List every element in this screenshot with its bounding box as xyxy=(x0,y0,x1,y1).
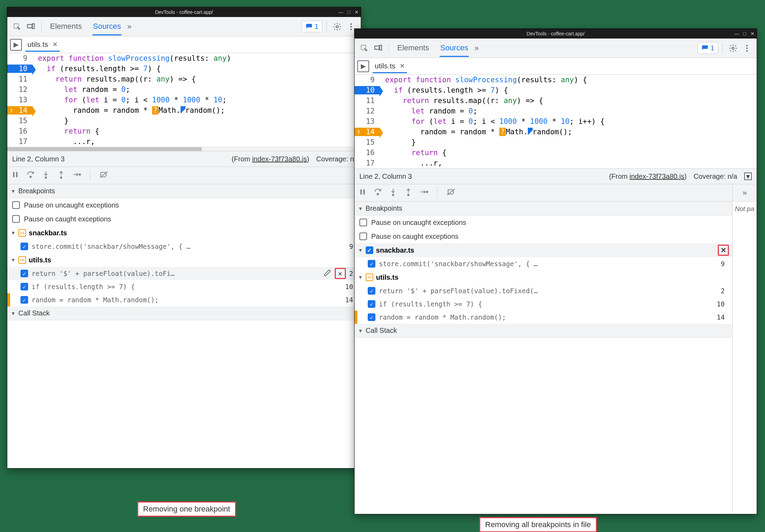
breakpoint-file-group[interactable]: ▼ <> utils.ts xyxy=(7,253,361,267)
line-number[interactable]: 16 xyxy=(7,127,32,135)
horizontal-scrollbar[interactable] xyxy=(7,147,361,151)
breakpoint-row-hover[interactable]: ✓ return '$' + parseFloat(value).toFi… ✕… xyxy=(7,267,361,280)
breakpoint-row[interactable]: ✓ if (results.length >= 7) { 10 xyxy=(355,297,732,311)
remove-all-breakpoints-icon[interactable]: ✕ xyxy=(721,246,726,254)
breakpoint-row[interactable]: ✓ random = random * Math.random(); 14 xyxy=(7,293,361,306)
pause-caught-row[interactable]: Pause on caught exceptions xyxy=(7,212,361,226)
line-number[interactable]: 11 xyxy=(7,75,32,83)
maximize-icon[interactable]: □ xyxy=(348,9,350,15)
close-icon[interactable]: ✕ xyxy=(355,9,359,15)
more-tabs-icon[interactable]: » xyxy=(470,42,483,54)
code-editor[interactable]: 9export function slowProcessing(results:… xyxy=(355,75,757,168)
device-icon[interactable] xyxy=(25,20,37,33)
close-icon[interactable]: ✕ xyxy=(750,31,755,36)
code-editor[interactable]: 9export function slowProcessing(results:… xyxy=(7,53,361,151)
minimize-icon[interactable]: — xyxy=(339,9,343,15)
step-over-icon[interactable] xyxy=(373,187,382,198)
close-file-icon[interactable]: ✕ xyxy=(52,41,58,48)
line-number-breakpoint[interactable]: 10 xyxy=(7,65,32,73)
checkbox[interactable] xyxy=(359,219,367,226)
deactivate-breakpoints-icon[interactable] xyxy=(447,187,456,198)
tab-sources[interactable]: Sources xyxy=(92,18,122,35)
sourcemap-link[interactable]: index-73f73a80.js xyxy=(630,172,684,180)
line-number[interactable]: 15 xyxy=(7,117,32,125)
inspect-icon[interactable] xyxy=(11,20,23,33)
breakpoint-row[interactable]: ✓ store.commit('snackbar/showMessage', {… xyxy=(355,257,732,270)
checkbox-checked[interactable]: ✓ xyxy=(20,243,28,250)
console-messages-badge[interactable]: 1 xyxy=(302,21,322,32)
line-number[interactable]: 13 xyxy=(7,96,32,104)
line-number[interactable]: 17 xyxy=(7,137,32,146)
checkbox-checked[interactable]: ✓ xyxy=(20,283,28,290)
checkbox-checked[interactable]: ✓ xyxy=(366,246,373,254)
console-messages-badge[interactable]: 1 xyxy=(698,42,718,54)
line-number[interactable]: 9 xyxy=(355,76,380,84)
breakpoints-section-header[interactable]: ▼ Breakpoints xyxy=(7,184,361,198)
breakpoint-file-group[interactable]: ▼ <> utils.ts xyxy=(355,270,732,284)
checkbox-checked[interactable]: ✓ xyxy=(368,260,375,268)
line-number[interactable]: 12 xyxy=(355,107,380,115)
callstack-section-header[interactable]: ▼ Call Stack xyxy=(355,324,732,338)
checkbox-checked[interactable]: ✓ xyxy=(368,300,375,308)
step-icon[interactable] xyxy=(72,170,81,181)
line-number[interactable]: 11 xyxy=(355,96,380,105)
tab-elements[interactable]: Elements xyxy=(49,18,83,35)
maximize-icon[interactable]: □ xyxy=(743,31,746,36)
checkbox-checked[interactable]: ✓ xyxy=(20,270,28,277)
line-number[interactable]: 13 xyxy=(355,117,380,126)
breakpoints-section-header[interactable]: ▼ Breakpoints xyxy=(355,202,732,216)
step-icon[interactable] xyxy=(419,187,428,198)
breakpoint-row[interactable]: ✓ store.commit('snackbar/showMessage', {… xyxy=(7,240,361,253)
tab-elements[interactable]: Elements xyxy=(397,39,430,57)
line-number[interactable]: 15 xyxy=(355,138,380,146)
sourcemap-link[interactable]: index-73f73a80.js xyxy=(252,155,307,163)
more-tabs-icon[interactable]: » xyxy=(123,20,135,33)
checkbox[interactable] xyxy=(12,201,20,209)
line-number[interactable]: 17 xyxy=(355,159,380,167)
line-number[interactable]: 16 xyxy=(355,149,380,157)
inspect-icon[interactable] xyxy=(358,42,371,54)
step-out-icon[interactable] xyxy=(57,170,66,181)
pause-icon[interactable] xyxy=(11,170,20,181)
checkbox[interactable] xyxy=(359,233,367,240)
line-number-breakpoint[interactable]: 10 xyxy=(355,86,380,94)
breakpoint-row[interactable]: ✓ return '$' + parseFloat(value).toFixed… xyxy=(355,284,732,297)
checkbox[interactable] xyxy=(12,215,20,223)
checkbox-checked[interactable]: ✓ xyxy=(20,296,28,304)
pause-uncaught-row[interactable]: Pause on uncaught exceptions xyxy=(7,198,361,212)
edit-icon[interactable] xyxy=(324,269,331,278)
line-number[interactable]: 9 xyxy=(7,54,32,62)
navigator-toggle-icon[interactable]: ▶ xyxy=(357,60,369,72)
tab-sources[interactable]: Sources xyxy=(440,39,469,57)
line-number-breakpoint-conditional[interactable]: ?14 xyxy=(355,128,380,136)
coverage-toggle-icon[interactable]: ▾ xyxy=(744,172,752,180)
file-tab-utils[interactable]: utils.ts ✕ xyxy=(373,59,407,73)
breakpoint-row[interactable]: ✓ random = random * Math.random(); 14 xyxy=(355,311,732,324)
gear-icon[interactable] xyxy=(727,42,739,54)
checkbox-checked[interactable]: ✓ xyxy=(368,287,375,295)
step-over-icon[interactable] xyxy=(26,170,35,181)
minimize-icon[interactable]: — xyxy=(734,31,739,36)
step-into-icon[interactable] xyxy=(41,170,50,181)
callstack-section-header[interactable]: ▼ Call Stack xyxy=(7,306,361,320)
line-number[interactable]: 12 xyxy=(7,85,32,94)
breakpoint-row[interactable]: ✓ if (results.length >= 7) { 10 xyxy=(7,280,361,293)
remove-breakpoint-icon[interactable]: ✕ xyxy=(338,269,342,278)
pause-caught-row[interactable]: Pause on caught exceptions xyxy=(355,229,732,243)
breakpoint-file-group[interactable]: ▼ <> snackbar.ts xyxy=(7,226,361,240)
close-file-icon[interactable]: ✕ xyxy=(400,62,405,70)
step-out-icon[interactable] xyxy=(404,187,413,198)
deactivate-breakpoints-icon[interactable] xyxy=(99,170,108,181)
step-into-icon[interactable] xyxy=(389,187,398,198)
file-tab-utils[interactable]: utils.ts ✕ xyxy=(25,37,60,52)
line-number-breakpoint-conditional[interactable]: ?14 xyxy=(7,106,32,115)
kebab-icon[interactable] xyxy=(741,42,753,54)
gear-icon[interactable] xyxy=(331,20,343,33)
device-icon[interactable] xyxy=(372,42,384,54)
checkbox-checked[interactable]: ✓ xyxy=(368,313,375,321)
breakpoint-file-group-hover[interactable]: ▼ ✓ snackbar.ts ✕ xyxy=(355,243,732,257)
pause-uncaught-row[interactable]: Pause on uncaught exceptions xyxy=(355,216,732,229)
pause-icon[interactable] xyxy=(358,187,367,198)
navigator-toggle-icon[interactable]: ▶ xyxy=(10,39,22,51)
side-panel-more[interactable]: » xyxy=(733,184,757,202)
